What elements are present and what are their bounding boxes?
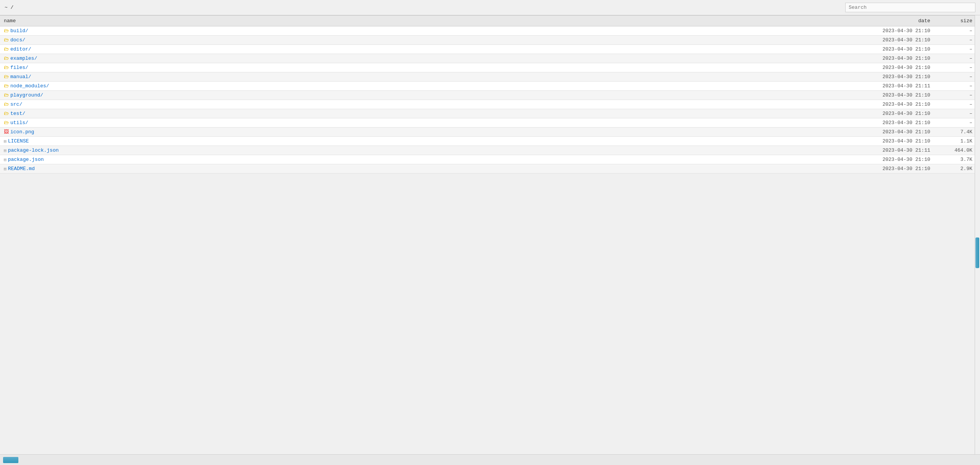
folder-icon: 🗁 [4,111,9,116]
file-icon: ▤ [4,166,7,171]
table-row[interactable]: 🗁editor/2023-04-30 21:10– [0,45,980,54]
file-size-cell: 3.7K [934,155,980,164]
table-row[interactable]: ▤package.json2023-04-30 21:103.7K [0,155,980,164]
column-header-name: name [0,16,858,26]
file-date-cell: 2023-04-30 21:10 [858,45,934,54]
file-name-label: docs/ [10,37,25,43]
file-name-cell[interactable]: ▤README.md [0,164,858,174]
table-row[interactable]: 🗁docs/2023-04-30 21:10– [0,36,980,45]
table-row[interactable]: ▤LICENSE2023-04-30 21:101.1K [0,137,980,146]
table-row[interactable]: 🗁utils/2023-04-30 21:10– [0,118,980,128]
file-date-cell: 2023-04-30 21:10 [858,128,934,137]
table-row[interactable]: 🖼icon.png2023-04-30 21:107.4K [0,128,980,137]
file-name-cell[interactable]: 🗁docs/ [0,36,858,45]
table-row[interactable]: 🗁node_modules/2023-04-30 21:11– [0,82,980,91]
folder-icon: 🗁 [4,28,9,34]
file-name-label: build/ [10,28,28,34]
file-name-cell[interactable]: 🗁manual/ [0,72,858,82]
table-row[interactable]: 🗁files/2023-04-30 21:10– [0,63,980,72]
table-row[interactable]: 🗁playground/2023-04-30 21:10– [0,91,980,100]
file-name-label: src/ [10,102,22,107]
folder-icon: 🗁 [4,120,9,126]
file-name-cell[interactable]: ▤package.json [0,155,858,164]
folder-icon: 🗁 [4,65,9,70]
file-name-cell[interactable]: 🗁playground/ [0,91,858,100]
top-bar: ~ / [0,0,980,15]
breadcrumb: ~ / [5,5,845,10]
file-name-label: files/ [10,65,28,70]
file-name-cell[interactable]: 🗁test/ [0,109,858,118]
file-name-cell[interactable]: 🗁node_modules/ [0,82,858,91]
file-name-label: node_modules/ [10,83,49,89]
file-date-cell: 2023-04-30 21:10 [858,91,934,100]
folder-icon: 🗁 [4,92,9,98]
table-row[interactable]: 🗁test/2023-04-30 21:10– [0,109,980,118]
file-size-cell: – [934,72,980,82]
file-size-cell: – [934,63,980,72]
file-name-label: playground/ [10,92,43,98]
column-header-date: date [858,16,934,26]
file-name-label: README.md [8,166,35,172]
file-size-cell: 464.0K [934,146,980,155]
folder-icon: 🗁 [4,56,9,61]
bottom-bar [0,454,980,465]
file-name-cell[interactable]: ▤LICENSE [0,137,858,146]
file-name-cell[interactable]: 🗁src/ [0,100,858,109]
file-size-cell: 1.1K [934,137,980,146]
file-date-cell: 2023-04-30 21:10 [858,26,934,36]
file-name-cell[interactable]: 🖼icon.png [0,128,858,137]
file-size-cell: – [934,100,980,109]
file-name-cell[interactable]: ▤package-lock.json [0,146,858,155]
scrollbar-thumb[interactable] [975,237,979,268]
file-date-cell: 2023-04-30 21:10 [858,36,934,45]
file-size-cell: – [934,109,980,118]
table-row[interactable]: 🗁build/2023-04-30 21:10– [0,26,980,36]
file-date-cell: 2023-04-30 21:10 [858,155,934,164]
file-size-cell: – [934,118,980,128]
file-name-label: utils/ [10,120,28,126]
file-name-label: LICENSE [8,138,29,144]
file-size-cell: – [934,91,980,100]
table-row[interactable]: 🗁manual/2023-04-30 21:10– [0,72,980,82]
file-name-label: manual/ [10,74,31,80]
folder-icon: 🗁 [4,46,9,52]
file-size-cell: – [934,26,980,36]
folder-icon: 🗁 [4,83,9,89]
scrollbar[interactable] [975,15,980,465]
file-size-cell: – [934,54,980,63]
file-name-label: editor/ [10,46,31,52]
file-name-cell[interactable]: 🗁editor/ [0,45,858,54]
file-date-cell: 2023-04-30 21:10 [858,100,934,109]
drive-icon [3,457,18,463]
file-size-cell: 2.9K [934,164,980,174]
file-table: name date size 🗁build/2023-04-30 21:10–🗁… [0,15,980,174]
file-name-label: test/ [10,111,25,116]
file-date-cell: 2023-04-30 21:10 [858,164,934,174]
file-size-cell: – [934,82,980,91]
table-row[interactable]: ▤README.md2023-04-30 21:102.9K [0,164,980,174]
file-name-cell[interactable]: 🗁examples/ [0,54,858,63]
table-row[interactable]: 🗁src/2023-04-30 21:10– [0,100,980,109]
table-header-row: name date size [0,16,980,26]
file-date-cell: 2023-04-30 21:10 [858,118,934,128]
file-name-label: package.json [8,157,44,162]
file-date-cell: 2023-04-30 21:11 [858,82,934,91]
folder-icon: 🗁 [4,37,9,43]
file-date-cell: 2023-04-30 21:10 [858,54,934,63]
file-date-cell: 2023-04-30 21:10 [858,63,934,72]
file-name-cell[interactable]: 🗁build/ [0,26,858,36]
table-row[interactable]: ▤package-lock.json2023-04-30 21:11464.0K [0,146,980,155]
table-row[interactable]: 🗁examples/2023-04-30 21:10– [0,54,980,63]
file-date-cell: 2023-04-30 21:10 [858,137,934,146]
file-icon: ▤ [4,139,7,144]
file-date-cell: 2023-04-30 21:11 [858,146,934,155]
file-name-label: package-lock.json [8,147,59,153]
search-input[interactable] [845,3,975,12]
folder-icon: 🗁 [4,102,9,107]
file-size-cell: – [934,36,980,45]
file-name-label: examples/ [10,56,37,61]
file-name-cell[interactable]: 🗁files/ [0,63,858,72]
column-header-size: size [934,16,980,26]
file-name-cell[interactable]: 🗁utils/ [0,118,858,128]
image-file-icon: 🖼 [4,129,9,135]
